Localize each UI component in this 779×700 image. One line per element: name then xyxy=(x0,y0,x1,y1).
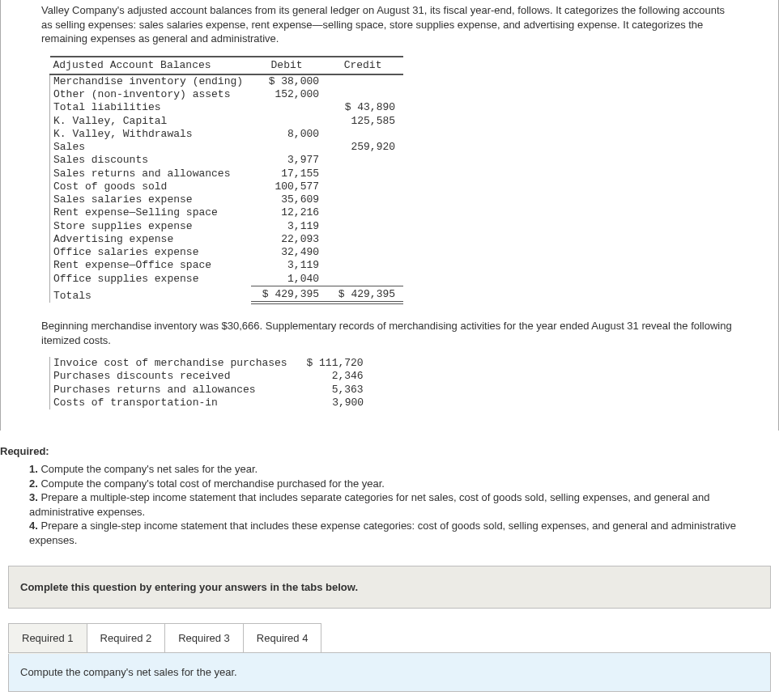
required-list: 1. Compute the company's net sales for t… xyxy=(0,462,779,560)
tab-required-4[interactable]: Required 4 xyxy=(244,623,322,653)
supplementary-costs-table: Invoice cost of merchandise purchases$ 1… xyxy=(49,357,372,409)
adjusted-balances-table: Adjusted Account BalancesDebitCreditMerc… xyxy=(49,56,403,305)
required-heading: Required: xyxy=(0,431,779,462)
tab-bar: Required 1 Required 2 Required 3 Require… xyxy=(8,623,771,653)
tab-sub-instruction: Compute the company's net sales for the … xyxy=(8,652,771,692)
tab-required-2[interactable]: Required 2 xyxy=(87,623,166,653)
tab-required-3[interactable]: Required 3 xyxy=(165,623,244,653)
intro-text: Valley Company's adjusted account balanc… xyxy=(1,0,778,56)
tab-required-1[interactable]: Required 1 xyxy=(8,623,87,653)
instruction-bar: Complete this question by entering your … xyxy=(8,566,771,609)
middle-text: Beginning merchandise inventory was $30,… xyxy=(1,304,778,357)
